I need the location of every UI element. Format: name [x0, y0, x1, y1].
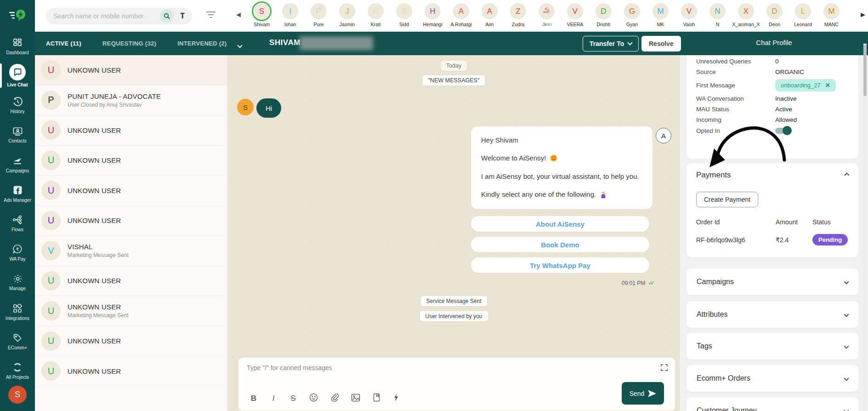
sidebar-item-all-projects[interactable]: All Projects	[0, 356, 35, 385]
chat-list-row[interactable]: U UNKOWN USER	[35, 115, 227, 146]
emoji-picker-icon[interactable]	[309, 393, 318, 404]
tab-intervened[interactable]: INTERVENED (2)	[177, 40, 227, 47]
agent-avatar[interactable]: K Krati	[363, 1, 388, 32]
chat-list-row[interactable]: U UNKOWN USER	[35, 356, 227, 387]
agent-avatar[interactable]: A A.Rohatgi	[448, 1, 474, 32]
send-button[interactable]: Send	[622, 382, 664, 405]
agent-avatar[interactable]: H Hemangi	[420, 1, 445, 32]
sidebar-item-manage[interactable]: Manage	[0, 268, 35, 297]
agent-name: MK	[657, 22, 664, 27]
agent-initial: V	[567, 3, 583, 19]
chat-list-row[interactable]: U UNKOWN USER	[35, 266, 227, 297]
attachment-icon[interactable]	[330, 393, 339, 404]
agent-avatar[interactable]: M MK	[648, 1, 673, 32]
app-logo[interactable]	[0, 0, 35, 31]
sidebar-item-ecomm[interactable]: EComm+	[0, 326, 35, 356]
agent-name: MANC	[824, 22, 839, 27]
agent-avatar[interactable]: A Aim	[477, 1, 502, 32]
chat-list-row[interactable]: U UNKOWN USER	[35, 55, 227, 86]
sidebar-item-ads-manager[interactable]: Ads Manager	[0, 179, 35, 208]
agent-avatar[interactable]: Z Zudra	[505, 1, 531, 32]
collapse-agents-icon[interactable]: ◀	[236, 11, 241, 18]
accordion-ecomm-orders[interactable]: Ecomm+ Orders	[686, 365, 858, 392]
agent-selected-ring: J	[337, 1, 357, 21]
accordion-customer-journey[interactable]: Customer Journey	[686, 397, 858, 411]
tab-active[interactable]: ACTIVE (11)	[46, 40, 81, 47]
agent-avatar[interactable]: S Sidd	[391, 1, 417, 32]
agent-name: N	[716, 22, 720, 27]
sidebar-item-contacts[interactable]: Contacts	[0, 120, 35, 149]
sidebar-item-label: WA Pay	[9, 257, 25, 262]
bold-icon[interactable]: B	[250, 394, 257, 403]
quick-reply-icon[interactable]	[392, 393, 400, 404]
agent-avatar[interactable]: V Vaish	[676, 1, 702, 32]
chat-list-row[interactable]: U UNKOWN USER Marketing Message Sent	[35, 296, 227, 326]
sidebar-item-wa-pay[interactable]: ₹ WA Pay	[0, 238, 35, 268]
sidebar-item-history[interactable]: History	[0, 91, 35, 120]
contact-name: UNKOWN USER	[68, 66, 121, 74]
chip-remove-icon[interactable]: ✕	[825, 82, 830, 89]
agent-avatar[interactable]: S Shivam	[249, 1, 274, 32]
account-avatar[interactable]: S	[8, 386, 27, 404]
agent-name: Hemangi	[423, 22, 442, 27]
agent-avatar[interactable]: G Gyan	[619, 1, 645, 32]
chat-list-row[interactable]: V VISHAL Marketing Message Sent	[35, 236, 227, 266]
agent-avatar[interactable]: M MANC	[819, 1, 844, 32]
text-search-toggle[interactable]: T	[176, 12, 188, 20]
chat-list-row[interactable]: U UNKOWN USER	[35, 206, 227, 236]
image-attach-icon[interactable]	[351, 394, 360, 404]
accordion-campaigns[interactable]: Campaigns	[686, 268, 858, 295]
tab-requesting[interactable]: REQUESTING (32)	[102, 40, 156, 47]
transfer-to-button[interactable]: Transfer To	[583, 36, 639, 51]
agent-avatar[interactable]: X X_animan_X	[733, 1, 759, 32]
chat-list-row[interactable]: U UNKOWN USER	[35, 146, 227, 176]
agent-avatar[interactable]: D Deon	[762, 1, 787, 32]
contact-avatar: P	[41, 91, 61, 110]
agent-avatar[interactable]: L Leonard	[790, 1, 816, 32]
strikethrough-icon[interactable]: S	[289, 394, 297, 403]
accordion-label: Attributes	[697, 310, 728, 319]
agent-avatar[interactable]: D Drishti	[591, 1, 616, 32]
chip-label: onboarding_27	[781, 82, 821, 89]
expand-composer-icon[interactable]	[661, 364, 668, 373]
italic-icon[interactable]: I	[270, 394, 277, 403]
template-button[interactable]: Book Demo	[471, 237, 649, 252]
agent-avatar[interactable]: మ ముదు	[534, 1, 559, 32]
accordion-attributes[interactable]: Attributes	[686, 301, 858, 328]
canned-message-icon[interactable]	[373, 393, 380, 404]
scroll-agents-right-icon[interactable]: ▶	[861, 11, 865, 18]
accordion-tags[interactable]: Tags	[686, 333, 858, 360]
chat-list-row[interactable]: P PUNIT JUNEJA - ADVOCATE User Closed by…	[35, 86, 227, 116]
agent-avatar[interactable]: V VEERA	[562, 1, 588, 32]
chat-list-row[interactable]: U UNKOWN USER	[35, 326, 227, 357]
search-input[interactable]	[53, 12, 160, 20]
search-icon[interactable]	[160, 9, 174, 23]
agent-initial: J	[339, 3, 355, 19]
profile-field-opted-in: Opted In	[696, 125, 849, 137]
sidebar-item-integrations[interactable]: Integrations	[0, 297, 35, 326]
field-label: Opted In	[696, 127, 775, 134]
filter-icon[interactable]	[206, 11, 216, 20]
template-button[interactable]: Try WhatsApp Pay	[471, 257, 649, 273]
sidebar-item-flows[interactable]: Flows	[0, 208, 35, 238]
template-button[interactable]: About AiSensy	[471, 216, 649, 232]
agent-avatar[interactable]: N N	[705, 1, 730, 32]
sidebar-item-campaigns[interactable]: Campaigns	[0, 149, 35, 179]
agent-avatar[interactable]: J Jasmin	[335, 1, 360, 32]
bot-message-line: Kindly select any one of the following.	[481, 190, 642, 199]
agent-avatar[interactable]: I Ishan	[278, 1, 303, 32]
contact-avatar: U	[41, 331, 61, 351]
sidebar-item-dashboard[interactable]: Dashboard	[0, 31, 35, 61]
resolve-button[interactable]: Resolve	[641, 36, 681, 51]
payments-header[interactable]: Payments	[696, 171, 849, 180]
agent-initial: I	[282, 3, 298, 19]
agent-avatar[interactable]: P Pure	[306, 1, 331, 32]
create-payment-button[interactable]: Create Payment	[696, 192, 758, 207]
sidebar-item-live-chat[interactable]: Live Chat	[0, 61, 35, 90]
message-input[interactable]	[247, 364, 642, 371]
scrollbar-thumb[interactable]	[863, 45, 867, 96]
chat-list-row[interactable]: U UNKOWN USER	[35, 176, 227, 206]
tabs-more-chevron-icon[interactable]	[238, 41, 242, 49]
panel-scrollbar[interactable]	[863, 44, 867, 411]
opted-in-toggle[interactable]	[775, 128, 791, 134]
